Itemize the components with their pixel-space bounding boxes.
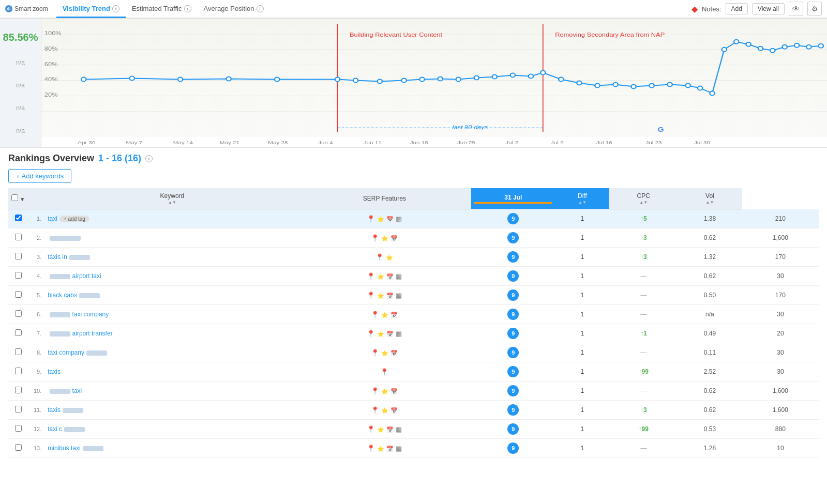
serp-features-cell: 📍⭐📅 xyxy=(298,305,471,324)
position-badge: 9 xyxy=(507,347,519,358)
diff-cell: ↑5 xyxy=(609,209,678,228)
row-checkbox[interactable] xyxy=(15,406,22,413)
header-31jul[interactable]: 31 Jul xyxy=(471,188,555,209)
calendar-icon: 📅 xyxy=(386,426,394,433)
row-checkbox-cell xyxy=(8,305,28,324)
svg-text:Jun 18: Jun 18 xyxy=(410,140,428,145)
table-row: 9.taxis📍91↑992.5230 xyxy=(8,362,819,381)
table-row: 8.taxi company📍⭐📅91—0.1130 xyxy=(8,343,819,362)
serp-features-cell: 📍⭐📅▦ xyxy=(298,324,471,343)
header-serp-features[interactable]: SERP Features xyxy=(298,188,471,209)
position-badge: 9 xyxy=(507,442,519,454)
header-vol[interactable]: Vol ▲▼ xyxy=(678,188,742,209)
star-icon: ⭐ xyxy=(377,331,384,338)
tab-average-position[interactable]: Average Position i xyxy=(198,1,270,18)
diff-cell: — xyxy=(609,439,678,458)
svg-text:May 14: May 14 xyxy=(173,140,193,145)
row-checkbox-cell xyxy=(8,362,28,381)
keyword-link[interactable]: taxis xyxy=(48,368,61,375)
row-checkbox[interactable] xyxy=(15,348,22,355)
header-keyword[interactable]: Keyword ▲▼ xyxy=(43,188,297,209)
row-checkbox[interactable] xyxy=(15,425,22,432)
pin-icon: 📍 xyxy=(375,253,384,261)
keyword-link[interactable]: airport transfer xyxy=(72,330,113,337)
svg-point-43 xyxy=(710,91,714,95)
estimated-traffic-info-icon[interactable]: i xyxy=(184,5,191,12)
row-number: 4. xyxy=(28,267,43,286)
diff-cell: — xyxy=(609,343,678,362)
volume-cell: 1,600 xyxy=(742,228,819,248)
row-checkbox[interactable] xyxy=(15,444,22,451)
svg-point-19 xyxy=(178,78,183,82)
keyword-link[interactable]: airport taxi xyxy=(72,272,101,280)
row-checkbox[interactable] xyxy=(15,253,22,259)
cpc-cell: 0.62 xyxy=(678,228,742,248)
row-number: 6. xyxy=(28,305,43,324)
keyword-link[interactable]: taxis xyxy=(48,406,61,414)
row-checkbox[interactable] xyxy=(15,215,22,221)
row-checkbox[interactable] xyxy=(15,387,22,393)
position-badge: 9 xyxy=(507,328,519,339)
table-row: 12.taxi c📍⭐📅▦91↑990.53880 xyxy=(8,420,819,439)
volume-cell: 30 xyxy=(742,305,819,324)
keyword-link[interactable]: taxi xyxy=(48,215,57,222)
average-position-info-icon[interactable]: i xyxy=(257,5,264,12)
notes-add-button[interactable]: Add xyxy=(726,3,748,14)
pin-icon: 📍 xyxy=(371,349,379,357)
diff-none: — xyxy=(640,292,646,299)
diff-cell: ↑3 xyxy=(609,248,678,267)
date-value-cell: 1 xyxy=(555,305,609,324)
row-checkbox[interactable] xyxy=(15,329,22,336)
row-number: 12. xyxy=(28,420,43,439)
visibility-trend-info-icon[interactable]: i xyxy=(112,5,119,12)
notes-diamond-icon: ◆ xyxy=(691,4,698,14)
keyword-tag[interactable]: + add tag xyxy=(59,216,89,222)
position-badge: 9 xyxy=(507,366,519,377)
eye-icon[interactable]: 👁 xyxy=(789,2,803,16)
tab-visibility-trend[interactable]: Visibility Trend i xyxy=(56,1,126,18)
svg-point-18 xyxy=(130,77,134,81)
diff-up: ↑3 xyxy=(640,406,647,414)
row-checkbox[interactable] xyxy=(15,234,22,240)
keyword-link[interactable]: taxis in xyxy=(48,253,67,261)
svg-point-24 xyxy=(378,80,382,84)
svg-point-42 xyxy=(698,86,702,90)
smart-zoom-label: Smart zoom xyxy=(14,5,48,12)
serp-features-cell: 📍⭐📅 xyxy=(298,343,471,362)
position-badge: 9 xyxy=(507,385,519,396)
volume-cell: 170 xyxy=(742,286,819,305)
table-row: 6. taxi company📍⭐📅91—n/a30 xyxy=(8,305,819,324)
rankings-title: Rankings Overview 1 - 16 (16) i xyxy=(8,153,819,164)
diff-up: ↑3 xyxy=(640,253,647,261)
smart-zoom-toggle[interactable]: ⊕ Smart zoom xyxy=(5,5,48,12)
keyword-link[interactable]: taxi c xyxy=(48,425,62,433)
svg-point-34 xyxy=(559,78,563,82)
date-value-cell: 1 xyxy=(555,248,609,267)
keyword-link[interactable]: black cabs xyxy=(48,292,77,299)
header-cpc[interactable]: CPC ▲▼ xyxy=(609,188,678,209)
row-number: 3. xyxy=(28,248,43,267)
keyword-link[interactable]: taxi company xyxy=(72,311,109,318)
row-number: 7. xyxy=(28,324,43,343)
keyword-blur xyxy=(50,236,81,241)
row-checkbox[interactable] xyxy=(15,272,22,279)
calendar-icon: 📅 xyxy=(390,407,398,414)
tab-estimated-traffic[interactable]: Estimated Traffic i xyxy=(126,1,198,18)
keyword-link[interactable]: taxi company xyxy=(48,349,84,356)
add-keywords-button[interactable]: + Add keywords xyxy=(8,169,71,183)
svg-text:May 21: May 21 xyxy=(220,140,239,145)
rankings-info-icon[interactable]: i xyxy=(145,155,153,162)
keyword-link[interactable]: taxi xyxy=(72,387,82,394)
keyword-prefix-blur xyxy=(50,312,70,317)
header-diff[interactable]: Diff ▲▼ xyxy=(555,188,609,209)
row-checkbox[interactable] xyxy=(15,310,22,317)
select-all-checkbox[interactable] xyxy=(11,194,18,201)
keyword-link[interactable]: minibus taxi xyxy=(48,445,80,452)
position-badge: 9 xyxy=(507,404,519,416)
row-checkbox[interactable] xyxy=(15,368,22,374)
table-header-row: ▼ Keyword ▲▼ SERP Features 31 xyxy=(8,188,819,209)
row-checkbox[interactable] xyxy=(15,291,22,298)
settings-icon[interactable]: ⚙ xyxy=(807,2,822,16)
notes-viewall-button[interactable]: View all xyxy=(752,3,785,14)
volume-cell: 30 xyxy=(742,267,819,286)
